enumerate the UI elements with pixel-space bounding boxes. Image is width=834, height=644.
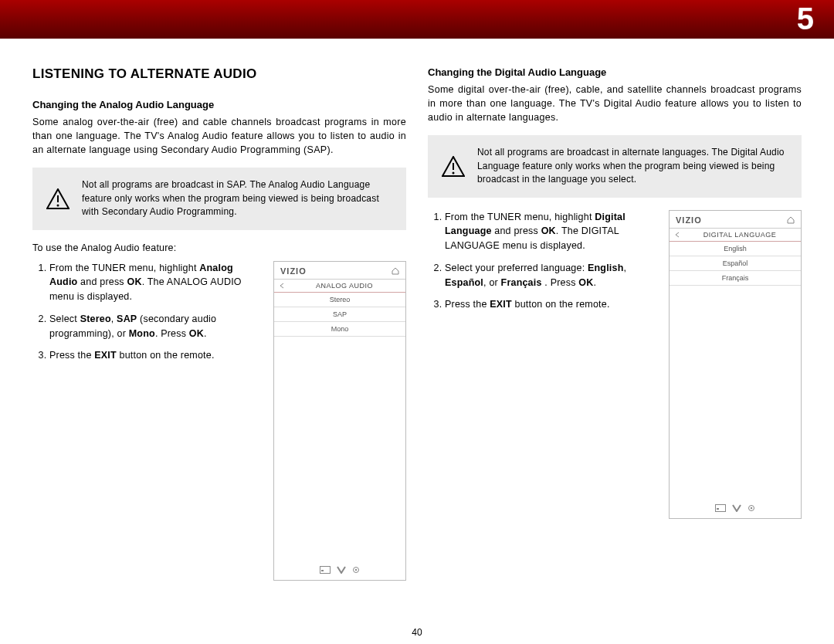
analog-steps-row: From the TUNER menu, highlight Analog Au… bbox=[32, 261, 406, 581]
analog-lead: To use the Analog Audio feature: bbox=[32, 242, 406, 253]
menu-title: ANALOG AUDIO bbox=[288, 282, 401, 290]
menu-footer-icons bbox=[274, 566, 405, 574]
warning-icon bbox=[46, 188, 70, 209]
vizio-logo: VIZIO bbox=[676, 215, 702, 225]
digital-steps: From the TUNER menu, highlight Digital L… bbox=[428, 210, 655, 320]
svg-point-7 bbox=[453, 171, 455, 174]
analog-paragraph: Some analog over-the-air (free) and cabl… bbox=[32, 115, 406, 157]
right-column: Changing the Digital Audio Language Some… bbox=[428, 66, 802, 581]
content-columns: LISTENING TO ALTERNATE AUDIO Changing th… bbox=[0, 39, 834, 581]
digital-note-box: Not all programs are broadcast in altern… bbox=[428, 135, 802, 197]
menu-title-row: ANALOG AUDIO bbox=[274, 279, 405, 293]
analog-step-2: Select Stereo, SAP (secondary audio prog… bbox=[49, 312, 259, 341]
section-title: LISTENING TO ALTERNATE AUDIO bbox=[32, 66, 406, 82]
svg-point-11 bbox=[751, 507, 752, 508]
page-number: 40 bbox=[0, 627, 834, 638]
menu-header: VIZIO bbox=[274, 262, 405, 279]
menu-item: Stereo bbox=[274, 293, 405, 307]
menu-header: VIZIO bbox=[670, 211, 801, 228]
chapter-number: 5 bbox=[797, 2, 814, 36]
digital-step-1: From the TUNER menu, highlight Digital L… bbox=[445, 210, 655, 253]
analog-step-3: Press the EXIT button on the remote. bbox=[49, 348, 259, 363]
analog-note-box: Not all programs are broadcast in SAP. T… bbox=[32, 168, 406, 229]
v-icon bbox=[732, 504, 741, 512]
gear-icon bbox=[748, 504, 755, 512]
analog-steps: From the TUNER menu, highlight Analog Au… bbox=[32, 261, 259, 371]
analog-note-text: Not all programs are broadcast in SAP. T… bbox=[82, 178, 392, 219]
digital-paragraph: Some digital over-the-air (free), cable,… bbox=[428, 83, 802, 124]
svg-rect-3 bbox=[321, 570, 324, 571]
menu-item: Español bbox=[670, 256, 801, 271]
warning-icon bbox=[442, 156, 465, 177]
svg-point-5 bbox=[355, 568, 357, 570]
analog-audio-menu: VIZIO ANALOG AUDIO Stereo SAP Mono bbox=[273, 261, 406, 581]
v-icon bbox=[337, 566, 346, 574]
digital-language-menu: VIZIO DIGITAL LANGUAGE English Español F… bbox=[669, 210, 802, 519]
back-icon bbox=[279, 283, 288, 289]
analog-step-1: From the TUNER menu, highlight Analog Au… bbox=[49, 261, 259, 304]
gear-icon bbox=[352, 566, 360, 574]
digital-steps-row: From the TUNER menu, highlight Digital L… bbox=[428, 210, 802, 519]
menu-title-row: DIGITAL LANGUAGE bbox=[670, 228, 801, 242]
subheading-digital: Changing the Digital Audio Language bbox=[428, 66, 802, 78]
menu-item: Mono bbox=[274, 322, 405, 337]
subheading-analog: Changing the Analog Audio Language bbox=[32, 99, 406, 110]
digital-step-3: Press the EXIT button on the remote. bbox=[445, 297, 655, 312]
home-icon bbox=[392, 267, 399, 275]
digital-step-2: Select your preferred language: English,… bbox=[445, 261, 655, 290]
cc-icon bbox=[715, 504, 726, 512]
svg-point-1 bbox=[57, 204, 59, 206]
menu-footer-icons bbox=[670, 504, 801, 512]
digital-note-text: Not all programs are broadcast in altern… bbox=[477, 146, 788, 186]
chapter-header-bar: 5 bbox=[0, 0, 834, 39]
menu-item: SAP bbox=[274, 307, 405, 322]
cc-icon bbox=[320, 566, 331, 574]
svg-rect-9 bbox=[717, 508, 719, 510]
menu-item: Français bbox=[670, 271, 801, 286]
left-column: LISTENING TO ALTERNATE AUDIO Changing th… bbox=[32, 66, 406, 581]
back-icon bbox=[674, 232, 683, 238]
menu-item: English bbox=[670, 242, 801, 256]
home-icon bbox=[787, 216, 795, 224]
menu-title: DIGITAL LANGUAGE bbox=[683, 231, 796, 239]
vizio-logo: VIZIO bbox=[280, 266, 307, 276]
